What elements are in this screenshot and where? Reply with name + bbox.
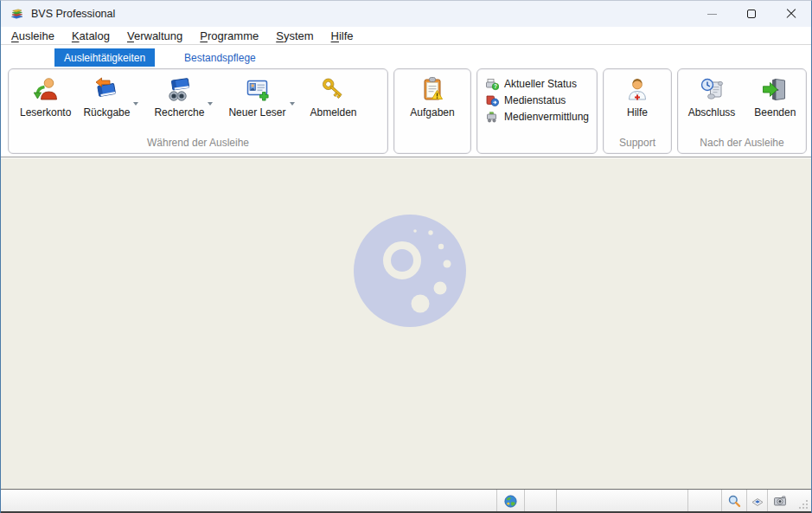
menu-system[interactable]: System: [267, 28, 322, 44]
exit-door-icon: [761, 75, 789, 103]
search-book-icon: [165, 75, 193, 103]
recherche-label: Recherche: [154, 106, 204, 119]
group-label-waehrend-der-ausleihe: Während der Ausleihe: [9, 137, 387, 149]
current-status-icon: ?: [485, 77, 499, 91]
ribbon-group-aufgaben: Aufgaben: [393, 68, 471, 154]
magnifier-icon: [727, 494, 741, 508]
menu-verwaltung[interactable]: Verwaltung: [118, 28, 191, 44]
ribbon-group-waehrend-der-ausleihe: Leserkonto Rückgabe: [8, 68, 388, 154]
resize-grip-icon: [798, 499, 809, 510]
leserkonto-label: Leserkonto: [20, 106, 71, 119]
status-camera-button[interactable]: [767, 490, 792, 512]
group-label-nach-der-ausleihe: Nach der Ausleihe: [678, 137, 806, 149]
maximize-icon: [747, 10, 756, 18]
status-reader-device-button[interactable]: [746, 490, 767, 512]
minimize-button[interactable]: [692, 1, 732, 27]
return-book-icon: [93, 75, 120, 103]
camera-icon: [773, 494, 787, 508]
logout-key-icon: [320, 75, 348, 103]
chevron-down-icon: [208, 102, 213, 106]
tasks-clipboard-icon: [419, 75, 446, 103]
ribbon-group-status: ? Aktueller Status Medienstatus: [476, 68, 598, 154]
status-cell-main: [1, 490, 496, 512]
maximize-button[interactable]: [732, 1, 771, 27]
neuer-leser-button[interactable]: Neuer Leser: [228, 75, 285, 119]
ribbon-tab-row: Ausleihtätigkeiten Bestandspflege: [1, 45, 811, 67]
tab-bestandspflege[interactable]: Bestandspflege: [170, 48, 270, 67]
hilfe-button[interactable]: Hilfe: [623, 75, 651, 119]
menu-ausleihe[interactable]: Ausleihe: [3, 28, 63, 44]
window-title: BVS Professional: [31, 8, 115, 20]
card-reader-icon: [751, 494, 764, 508]
chevron-down-icon: [133, 102, 138, 106]
abschluss-label: Abschluss: [688, 106, 736, 119]
reader-account-icon: [32, 75, 60, 103]
group-label-support: Support: [604, 137, 671, 149]
new-reader-card-icon: [243, 75, 271, 103]
media-referral-icon: [485, 110, 499, 124]
status-cell-online[interactable]: [496, 490, 524, 512]
workspace-area: [1, 158, 811, 489]
menu-programme[interactable]: Programme: [191, 28, 267, 44]
stacked-books-icon: [10, 7, 24, 21]
medienvermittlung-link[interactable]: Medienvermittlung: [485, 110, 597, 123]
abmelden-label: Abmelden: [310, 106, 357, 119]
medienvermittlung-label: Medienvermittlung: [504, 111, 589, 123]
closing-scroll-clock-icon: [698, 75, 726, 103]
status-cell-3: [687, 490, 721, 512]
bvs-logo-watermark: [352, 213, 468, 329]
neuer-leser-label: Neuer Leser: [228, 106, 285, 119]
abschluss-button[interactable]: Abschluss: [688, 75, 736, 119]
menu-hilfe[interactable]: Hilfe: [323, 28, 362, 44]
window-controls: [692, 1, 811, 27]
abmelden-button[interactable]: Abmelden: [310, 75, 357, 119]
svg-text:?: ?: [494, 83, 497, 89]
aufgaben-label: Aufgaben: [410, 106, 454, 119]
status-bar: [1, 489, 811, 512]
chevron-down-icon: [290, 102, 295, 106]
help-person-icon: [623, 75, 651, 103]
status-cell-1: [524, 490, 556, 512]
rueckgabe-button[interactable]: Rückgabe: [83, 75, 130, 119]
beenden-button[interactable]: Beenden: [754, 75, 796, 119]
globe-icon: [503, 494, 518, 509]
leserkonto-button[interactable]: Leserkonto: [20, 75, 71, 119]
aufgaben-button[interactable]: Aufgaben: [410, 75, 454, 119]
title-bar: BVS Professional: [1, 1, 811, 27]
aktueller-status-link[interactable]: ? Aktueller Status: [485, 77, 597, 90]
medienstatus-label: Medienstatus: [504, 94, 566, 106]
hilfe-label: Hilfe: [627, 106, 648, 119]
ribbon: Leserkonto Rückgabe: [1, 67, 811, 157]
recherche-button[interactable]: Recherche: [154, 75, 204, 119]
medienstatus-link[interactable]: Medienstatus: [485, 93, 597, 106]
rueckgabe-dropdown[interactable]: [130, 75, 142, 119]
aktueller-status-label: Aktueller Status: [504, 78, 577, 90]
close-icon: [786, 9, 796, 19]
app-window: BVS Professional Ausleihe Katalog Verwal…: [0, 0, 812, 513]
menu-katalog[interactable]: Katalog: [63, 28, 118, 44]
resize-grip[interactable]: [792, 490, 811, 512]
rueckgabe-label: Rückgabe: [83, 106, 130, 119]
status-search-button[interactable]: [721, 490, 746, 512]
ribbon-group-nach-der-ausleihe: Abschluss Beenden Nach der Ausleihe: [677, 68, 807, 154]
beenden-label: Beenden: [754, 106, 796, 119]
tab-ausleihtaetigkeiten[interactable]: Ausleihtätigkeiten: [54, 48, 155, 67]
status-cell-2: [556, 490, 687, 512]
recherche-dropdown[interactable]: [204, 75, 216, 119]
minimize-icon: [707, 14, 717, 15]
close-button[interactable]: [771, 1, 811, 27]
media-status-icon: [485, 93, 499, 107]
neuer-leser-dropdown[interactable]: [286, 75, 298, 119]
menu-bar: Ausleihe Katalog Verwaltung Programme Sy…: [1, 27, 811, 45]
ribbon-group-support: Hilfe Support: [603, 68, 672, 154]
